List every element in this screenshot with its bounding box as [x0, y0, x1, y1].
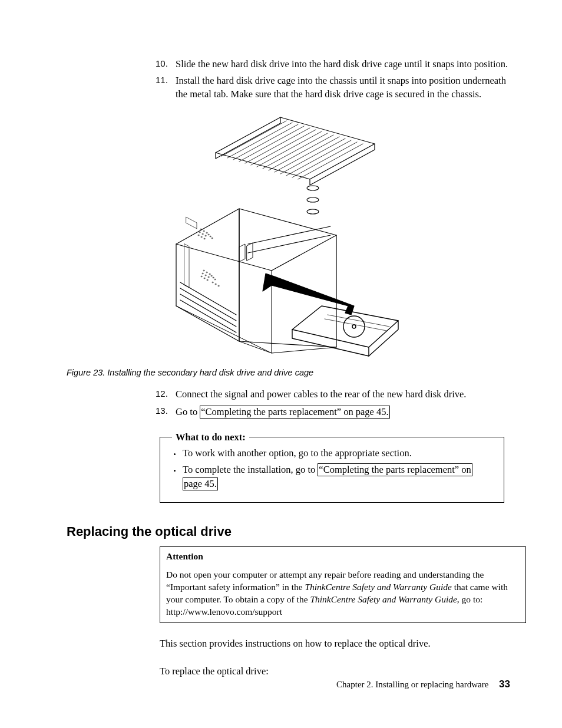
step-number: 11.: [156, 74, 168, 86]
svg-point-24: [205, 235, 206, 236]
svg-point-29: [201, 236, 202, 238]
svg-point-36: [205, 275, 206, 276]
step-13: 13. Go to “Completing the parts replacem…: [176, 405, 512, 420]
step-text: Slide the new hard disk drive into the h…: [176, 58, 508, 70]
svg-point-41: [201, 276, 202, 277]
svg-line-15: [180, 288, 236, 321]
svg-point-35: [202, 273, 203, 274]
svg-point-28: [198, 235, 199, 236]
attention-url: http://www.lenovo.com/support: [166, 607, 282, 617]
step-12: 12. Connect the signal and power cables …: [176, 388, 512, 401]
what-to-do-next-box: What to do next: To work with another op…: [160, 437, 504, 503]
svg-point-47: [307, 186, 319, 190]
figure-23: Figure 23. Installing the secondary hard…: [67, 111, 512, 379]
wtdn-item-pre: To complete the installation, go to: [183, 464, 318, 475]
svg-rect-18: [186, 217, 197, 229]
attention-box: Attention Do not open your computer or a…: [160, 546, 526, 624]
svg-point-43: [207, 279, 208, 281]
body-paragraph: This section provides instructions on ho…: [160, 637, 513, 650]
step-text-pre: Go to: [176, 406, 200, 417]
wtdn-list: To work with another option, go to the a…: [171, 447, 495, 492]
svg-point-20: [203, 230, 204, 232]
svg-point-19: [200, 229, 201, 230]
svg-line-14: [180, 282, 236, 315]
step-number: 10.: [156, 58, 168, 70]
step-text: Install the hard disk drive cage into th…: [176, 75, 506, 99]
svg-point-44: [212, 282, 213, 283]
svg-point-34: [209, 274, 210, 275]
ordered-steps-bottom: 12. Connect the signal and power cables …: [67, 388, 512, 419]
step-11: 11. Install the hard disk drive cage int…: [176, 74, 512, 101]
svg-point-26: [210, 236, 211, 237]
svg-point-46: [218, 285, 219, 286]
step-number: 12.: [156, 388, 168, 400]
wtdn-legend: What to do next:: [172, 431, 249, 444]
svg-point-49: [307, 209, 319, 214]
attention-title: Attention: [166, 551, 520, 563]
page-content: 10. Slide the new hard disk drive into t…: [67, 58, 512, 678]
body-paragraph: To replace the optical drive:: [160, 665, 513, 678]
xref-completing-parts-replacement[interactable]: “Completing the parts replacement” on: [318, 463, 472, 476]
hdd-cage-install-illustration: [171, 111, 407, 359]
svg-point-38: [211, 275, 212, 276]
footer-page-number: 33: [499, 678, 510, 690]
wtdn-item: To work with another option, go to the a…: [181, 447, 495, 460]
footer-chapter: Chapter 2. Installing or replacing hardw…: [336, 680, 488, 689]
svg-point-53: [352, 325, 356, 328]
section-heading-replacing-optical-drive: Replacing the optical drive: [67, 523, 512, 541]
svg-point-23: [202, 233, 203, 235]
guide-title-italic: ThinkCentre Safety and Warranty Guide: [310, 594, 457, 604]
svg-rect-31: [184, 243, 189, 287]
svg-point-45: [215, 284, 216, 285]
svg-point-32: [203, 270, 204, 271]
wtdn-item: To complete the installation, go to “Com…: [181, 463, 495, 492]
svg-point-42: [204, 278, 205, 279]
wtdn-item-text: To work with another option, go to the a…: [183, 447, 412, 459]
step-10: 10. Slide the new hard disk drive into t…: [176, 58, 512, 71]
svg-point-33: [206, 272, 207, 273]
svg-line-51: [248, 235, 330, 253]
svg-point-37: [208, 276, 209, 278]
svg-point-52: [343, 316, 365, 337]
svg-point-40: [214, 279, 216, 280]
xref-completing-parts-replacement[interactable]: “Completing the parts replacement” on pa…: [200, 406, 389, 419]
figure-caption: Figure 23. Installing the secondary hard…: [67, 367, 512, 379]
svg-point-30: [204, 238, 205, 239]
svg-point-48: [307, 197, 319, 202]
page-footer: Chapter 2. Installing or replacing hardw…: [336, 678, 510, 691]
guide-title-italic: ThinkCentre Safety and Warranty Guide: [305, 582, 451, 592]
svg-point-21: [206, 232, 207, 233]
svg-point-39: [213, 277, 214, 278]
step-text: Connect the signal and power cables to t…: [176, 388, 466, 400]
svg-line-17: [180, 300, 236, 332]
ordered-steps-top: 10. Slide the new hard disk drive into t…: [67, 58, 512, 101]
step-number: 13.: [156, 405, 168, 417]
svg-point-25: [208, 234, 209, 235]
svg-point-22: [199, 232, 200, 233]
svg-line-50: [248, 226, 330, 244]
svg-point-27: [211, 238, 213, 239]
xref-completing-parts-replacement-line2[interactable]: page 45.: [183, 477, 218, 490]
attention-body: Do not open your computer or attempt any…: [166, 569, 520, 618]
